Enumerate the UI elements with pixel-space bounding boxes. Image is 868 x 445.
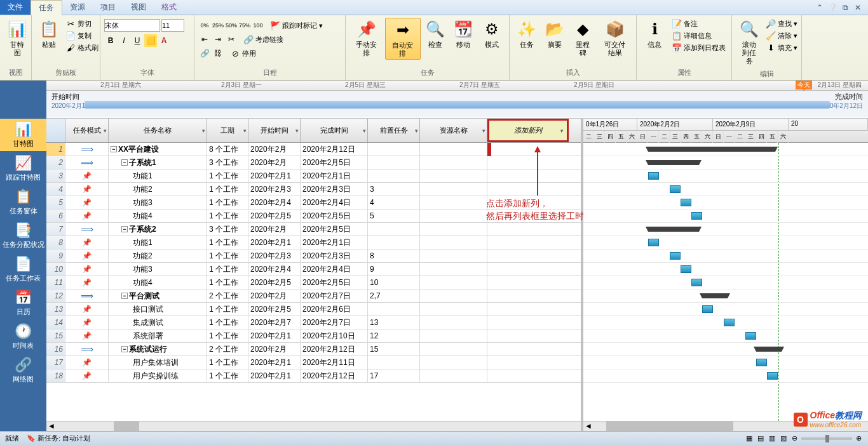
view-btn-1[interactable]: ▦: [745, 434, 754, 442]
outline-toggle[interactable]: −: [111, 146, 117, 152]
outline-toggle[interactable]: −: [121, 346, 128, 352]
outline-toggle[interactable]: −: [121, 226, 128, 232]
gantt-summary-bar[interactable]: [756, 347, 782, 352]
gantt-summary-bar[interactable]: [702, 293, 728, 298]
cell-resource[interactable]: [420, 169, 487, 182]
row-number[interactable]: 6: [46, 209, 65, 222]
col-header-mode[interactable]: 任务模式▾: [65, 119, 109, 142]
paste-button[interactable]: 📋 粘贴: [36, 18, 62, 50]
menu-project[interactable]: 项目: [93, 0, 123, 15]
cell-start[interactable]: 2020年2月4: [248, 263, 301, 276]
menu-format[interactable]: 格式: [154, 0, 184, 15]
cell-end[interactable]: 2020年2月5日: [301, 223, 368, 236]
cell-resource[interactable]: [420, 316, 487, 329]
gantt-summary-bar[interactable]: [648, 160, 699, 165]
cell-resource[interactable]: [420, 223, 487, 236]
cell-resource[interactable]: [420, 289, 487, 302]
table-row[interactable]: 8📌功能11 个工作2020年2月12020年2月1日: [46, 236, 581, 249]
row-number[interactable]: 14: [46, 316, 65, 329]
cell-start[interactable]: 2020年2月3: [248, 183, 301, 196]
cell-name[interactable]: 功能2: [109, 183, 207, 196]
cell-mode[interactable]: 📌: [65, 329, 109, 342]
cell-pred[interactable]: 12: [368, 329, 420, 342]
cell-mode[interactable]: ⟹: [65, 156, 109, 169]
gantt-task-bar[interactable]: [670, 252, 681, 260]
unlink-tasks-button[interactable]: ⛓: [212, 47, 224, 60]
table-row[interactable]: 6📌功能41 个工作2020年2月52020年2月5日5: [46, 209, 581, 223]
cell-pred[interactable]: [368, 223, 420, 236]
cell-end[interactable]: 2020年2月4日: [301, 263, 368, 276]
menu-file[interactable]: 文件: [0, 0, 31, 15]
cell-resource[interactable]: [420, 329, 487, 342]
cell-mode[interactable]: 📌: [65, 369, 109, 382]
font-size-input[interactable]: [161, 19, 184, 32]
cell-start[interactable]: 2020年2月7: [248, 316, 301, 329]
gantt-task-bar[interactable]: [745, 332, 756, 340]
auto-schedule-button[interactable]: ➡自动安排: [385, 18, 421, 60]
find-button[interactable]: 🔎查找 ▾: [764, 18, 799, 29]
fill-button[interactable]: ⬇填充 ▾: [764, 42, 799, 53]
cell-resource[interactable]: [420, 303, 487, 315]
cell-duration[interactable]: 1 个工作: [207, 329, 248, 342]
gantt-task-bar[interactable]: [691, 212, 702, 220]
underline-button[interactable]: U: [131, 34, 144, 47]
gantt-task-bar[interactable]: [648, 172, 659, 180]
cell-name[interactable]: 功能4: [109, 209, 207, 222]
col-header-end[interactable]: 完成时间▾: [301, 119, 368, 142]
gantt-task-bar[interactable]: [724, 319, 735, 326]
cell-end[interactable]: 2020年2月3日: [301, 249, 368, 262]
cell-duration[interactable]: 1 个工作: [207, 356, 248, 369]
cell-name[interactable]: 功能4: [109, 276, 207, 289]
cell-end[interactable]: 2020年2月4日: [301, 196, 368, 209]
inspect-button[interactable]: 🔍检查: [422, 18, 449, 50]
sidebar-calendar[interactable]: 📅日历: [0, 287, 46, 319]
fontcolor-button[interactable]: A: [158, 34, 170, 47]
cell-name[interactable]: 接口测试: [109, 303, 207, 315]
cell-start[interactable]: 2020年2月1: [248, 236, 301, 249]
cell-end[interactable]: 2020年2月5日: [301, 156, 368, 169]
split-button[interactable]: ✂: [225, 33, 238, 46]
view-btn-3[interactable]: ▥: [768, 434, 776, 442]
sidebar-gantt[interactable]: 📊甘特图: [0, 119, 46, 151]
cell-duration[interactable]: 1 个工作: [207, 196, 248, 209]
sidebar-task-usage[interactable]: 📑任务分配状况: [0, 220, 46, 252]
cell-start[interactable]: 2020年2月5: [248, 276, 301, 289]
sidebar-task-sheet[interactable]: 📄任务工作表: [0, 253, 46, 286]
pct100-button[interactable]: 100: [252, 19, 264, 32]
cell-mode[interactable]: 📌: [65, 209, 109, 222]
cell-name[interactable]: 用户实操训练: [109, 369, 207, 382]
cell-start[interactable]: 2020年2月: [248, 343, 301, 355]
cell-pred[interactable]: 15: [368, 343, 420, 355]
cell-end[interactable]: 2020年2月7日: [301, 316, 368, 329]
cell-resource[interactable]: [420, 209, 487, 222]
zoom-in[interactable]: ⊕: [855, 434, 863, 442]
cell-mode[interactable]: 📌: [65, 249, 109, 262]
move-button[interactable]: 📆移动: [450, 18, 477, 50]
restore-icon[interactable]: ⧉: [840, 3, 850, 12]
cell-duration[interactable]: 2 个工作: [207, 289, 248, 302]
cell-mode[interactable]: 📌: [65, 276, 109, 289]
insert-summary-button[interactable]: 📂摘要: [541, 18, 568, 50]
cell-duration[interactable]: 1 个工作: [207, 236, 248, 249]
cell-duration[interactable]: 1 个工作: [207, 169, 248, 182]
col-header-start[interactable]: 开始时间▾: [248, 119, 301, 142]
cell-name[interactable]: −平台测试: [109, 289, 207, 302]
view-btn-4[interactable]: ▧: [779, 434, 788, 442]
manual-schedule-button[interactable]: 📌手动安排: [349, 18, 384, 58]
cell-name[interactable]: 功能3: [109, 263, 207, 276]
cell-end[interactable]: 2020年2月12日: [301, 343, 368, 355]
timeline-visual[interactable]: [85, 101, 830, 109]
cell-resource[interactable]: [420, 263, 487, 276]
cell-start[interactable]: 2020年2月1: [248, 169, 301, 182]
disable-button[interactable]: ⊘停用: [228, 48, 258, 59]
sidebar-tracking-gantt[interactable]: 📈跟踪甘特图: [0, 152, 46, 185]
cell-name[interactable]: 功能3: [109, 196, 207, 209]
cell-end[interactable]: 2020年2月11日: [301, 356, 368, 369]
cell-pred[interactable]: 10: [368, 276, 420, 289]
row-number[interactable]: 9: [46, 249, 65, 262]
cell-resource[interactable]: [420, 156, 487, 169]
table-row[interactable]: 4📌功能21 个工作2020年2月32020年2月3日3: [46, 183, 581, 196]
cell-mode[interactable]: 📌: [65, 183, 109, 196]
cell-pred[interactable]: 9: [368, 263, 420, 276]
row-number[interactable]: 15: [46, 329, 65, 342]
